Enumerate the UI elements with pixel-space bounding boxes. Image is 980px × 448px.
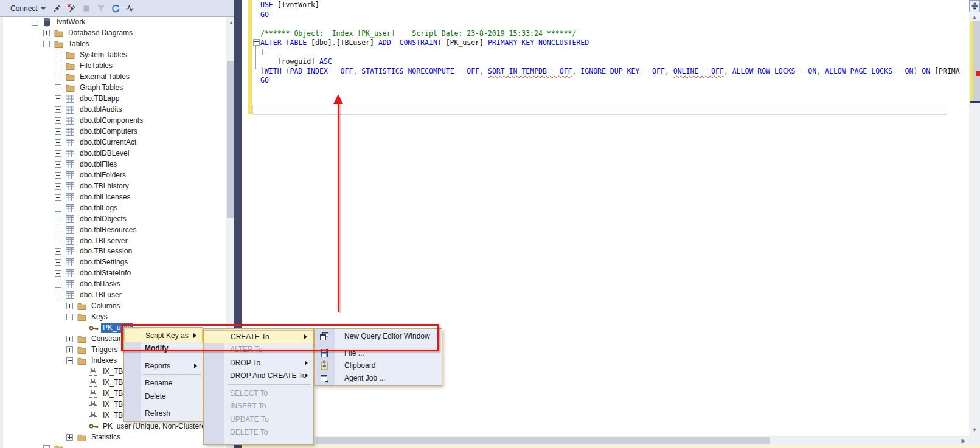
tree-item-dbo-tblcurrentact[interactable]: dbo.tblCurrentAct: [3, 137, 226, 148]
tree-item-dbo-tblobjects[interactable]: dbo.tblObjects: [3, 213, 226, 224]
disconnect-button[interactable]: [65, 1, 79, 15]
expander-plus-icon[interactable]: [55, 270, 61, 277]
menu-item-rename[interactable]: Rename: [124, 377, 203, 390]
expander-plus-icon[interactable]: [55, 52, 61, 58]
tree-item-graph-tables[interactable]: Graph Tables: [3, 83, 226, 94]
tree-item-system-tables[interactable]: System Tables: [3, 50, 226, 61]
expander-plus-icon[interactable]: [55, 216, 61, 222]
menu-separator: [143, 405, 201, 405]
expander-plus-icon[interactable]: [55, 194, 61, 201]
menu-item-reports[interactable]: Reports: [124, 359, 203, 373]
menu-item-label: Clipboard: [344, 361, 375, 370]
tree-item-dbo-tblsettings[interactable]: dbo.tblSettings: [3, 257, 226, 268]
tree-item-blank[interactable]: [3, 443, 226, 448]
refresh-button[interactable]: [109, 1, 123, 15]
expander-plus-icon[interactable]: [55, 139, 61, 146]
expander-minus-icon[interactable]: [43, 445, 50, 448]
code-line: )WITH (PAD_INDEX = OFF, STATISTICS_NOREC…: [260, 67, 960, 77]
menu-item-agent-job[interactable]: Agent Job ...: [315, 372, 442, 385]
expander-plus-icon[interactable]: [55, 238, 61, 244]
scroll-up-icon[interactable]: ▲: [969, 13, 980, 21]
code-outline-collapse-icon[interactable]: [253, 39, 260, 46]
expander-plus-icon[interactable]: [55, 63, 61, 69]
expander-plus-icon[interactable]: [55, 84, 61, 91]
tree-item-dbo-tblresources[interactable]: dbo.tblResources: [3, 224, 226, 235]
tree-item-dbo-tblsession[interactable]: dbo.TBLsession: [3, 246, 226, 257]
connect-button[interactable]: Connect: [6, 2, 50, 15]
tree-item-filetables[interactable]: FileTables: [3, 61, 226, 72]
expander-plus-icon[interactable]: [66, 303, 73, 309]
tree-item-external-tables[interactable]: External Tables: [3, 72, 226, 83]
expander-plus-icon[interactable]: [55, 183, 61, 190]
expander-plus-icon[interactable]: [55, 74, 61, 80]
tree-item-dbo-tblaudits[interactable]: dbo.tblAudits: [3, 105, 226, 115]
table-icon: [66, 204, 76, 212]
editor-splitter-grip[interactable]: [969, 0, 980, 12]
expander-plus-icon[interactable]: [55, 227, 61, 233]
expander-plus-icon[interactable]: [55, 161, 61, 168]
expander-minus-icon[interactable]: [32, 19, 38, 26]
expander-plus-icon[interactable]: [66, 434, 73, 441]
code-line: /****** Object: Index [PK_user] Script D…: [260, 29, 960, 39]
menu-item-delete[interactable]: Delete: [124, 390, 203, 403]
index-icon: [89, 379, 99, 387]
expander-plus-icon[interactable]: [55, 205, 61, 212]
code-line: GO: [260, 10, 960, 20]
tree-item-dbo-tbllogs[interactable]: dbo.tblLogs: [3, 202, 226, 213]
table-icon: [66, 150, 76, 157]
expander-minus-icon[interactable]: [66, 357, 73, 364]
agent-job-icon: [319, 373, 330, 383]
menu-item-label: Delete: [145, 392, 166, 401]
folder-icon: [77, 433, 88, 441]
scroll-down-icon[interactable]: ▼: [969, 426, 980, 434]
tree-item-keys[interactable]: Keys: [3, 312, 226, 323]
sql-code[interactable]: USE [IvntWork]GO /****** Object: Index […: [260, 1, 960, 86]
scroll-right-icon[interactable]: ▶: [959, 436, 968, 445]
tree-item-dbo-tblstateinfo[interactable]: dbo.tblStateInfo: [3, 268, 226, 279]
code-line: [260, 19, 960, 29]
menu-item-refresh[interactable]: Refresh: [124, 407, 203, 421]
tree-item-dbo-tbllicenses[interactable]: dbo.tblLicenses: [3, 191, 226, 202]
tree-item-database-diagrams[interactable]: Database Diagrams: [3, 28, 226, 39]
tree-item-columns[interactable]: Columns: [3, 301, 226, 312]
expander-plus-icon[interactable]: [55, 106, 61, 113]
tree-item-dbo-tblapp[interactable]: dbo.TBLapp: [3, 94, 226, 105]
menu-item-drop-and-create-to[interactable]: DROP And CREATE To: [204, 370, 313, 383]
tree-item-statistics[interactable]: Statistics: [3, 432, 226, 443]
scrollbar-thumb[interactable]: [316, 437, 770, 444]
expander-plus-icon[interactable]: [43, 30, 50, 36]
tree-item-tables[interactable]: Tables: [3, 39, 226, 50]
scrollbar-thumb[interactable]: [973, 21, 980, 102]
tree-item-dbo-tblcomponents[interactable]: dbo.tblComponents: [3, 115, 226, 126]
tree-item-dbo-tblfolders[interactable]: dbo.tblFolders: [3, 170, 226, 181]
expander-minus-icon[interactable]: [66, 314, 73, 320]
expander-plus-icon[interactable]: [55, 172, 61, 179]
expander-plus-icon[interactable]: [55, 248, 61, 255]
tree-item-dbo-tblhistory[interactable]: dbo.TBLhistory: [3, 181, 226, 191]
tree-item-dbo-tbldblevel[interactable]: dbo.tblDBLevel: [3, 148, 226, 159]
tree-item-dbo-tblfiles[interactable]: dbo.tblFiles: [3, 159, 226, 170]
tree-item-pk-user-unique-non-clustered[interactable]: PK_user (Unique, Non-Clustered): [3, 421, 226, 432]
expander-plus-icon[interactable]: [55, 128, 61, 135]
connect-button[interactable]: [50, 1, 64, 15]
activity-monitor-button[interactable]: [123, 1, 137, 15]
editor-vertical-scrollbar[interactable]: ▲ ▼: [969, 0, 980, 448]
editor-horizontal-scrollbar[interactable]: ▶: [242, 436, 969, 446]
expander-plus-icon[interactable]: [55, 259, 61, 266]
expander-plus-icon[interactable]: [66, 346, 73, 353]
tree-item-label: dbo.tblObjects: [78, 215, 128, 224]
expander-plus-icon[interactable]: [66, 336, 73, 342]
expander-minus-icon[interactable]: [43, 41, 50, 47]
tree-item-dbo-tblserver[interactable]: dbo.TBLserver: [3, 235, 226, 246]
expander-plus-icon[interactable]: [55, 281, 61, 288]
expander-plus-icon[interactable]: [55, 95, 61, 102]
menu-item-clipboard[interactable]: Clipboard: [315, 359, 442, 372]
expander-plus-icon[interactable]: [55, 117, 61, 124]
menu-item-drop-to[interactable]: DROP To: [204, 356, 313, 370]
expander-minus-icon[interactable]: [55, 292, 61, 298]
tree-item-dbo-tbltasks[interactable]: dbo.tblTasks: [3, 279, 226, 290]
tree-item-dbo-tblcomputers[interactable]: dbo.tblComputers: [3, 126, 226, 137]
tree-item-ivntwork[interactable]: IvntWork: [3, 17, 226, 28]
expander-plus-icon[interactable]: [55, 150, 61, 157]
tree-item-dbo-tbluser[interactable]: dbo.TBLuser: [3, 290, 226, 301]
